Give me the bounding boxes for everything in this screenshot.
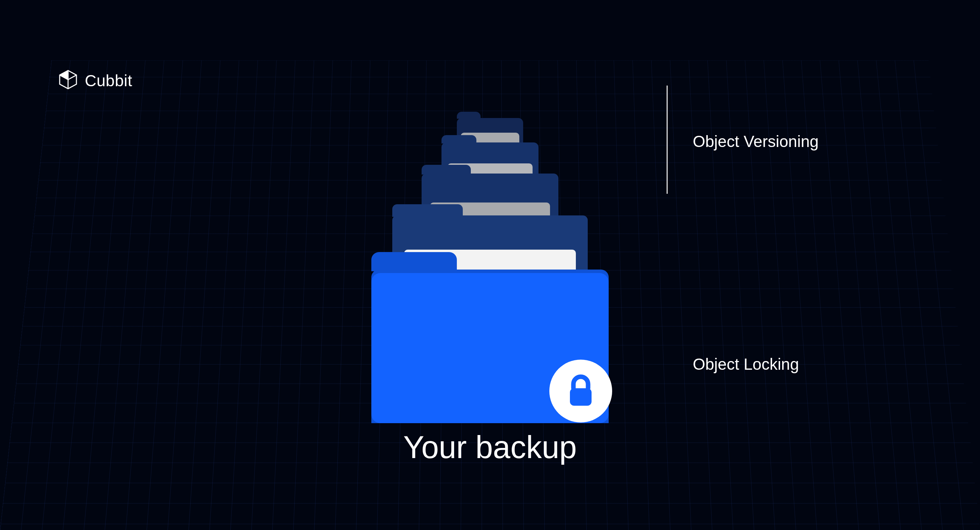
- versioning-indicator-line: [667, 86, 668, 194]
- versioning-label: Object Versioning: [693, 132, 819, 151]
- lock-badge: [549, 360, 612, 422]
- brand-logo: Cubbit: [57, 70, 132, 91]
- locking-label: Object Locking: [693, 355, 799, 374]
- folder-stack-illustration: [333, 84, 647, 433]
- cubbit-cube-icon: [57, 70, 78, 91]
- lock-icon: [565, 374, 597, 409]
- brand-name: Cubbit: [85, 71, 132, 90]
- main-caption: Your backup: [403, 430, 577, 465]
- svg-rect-0: [570, 388, 592, 406]
